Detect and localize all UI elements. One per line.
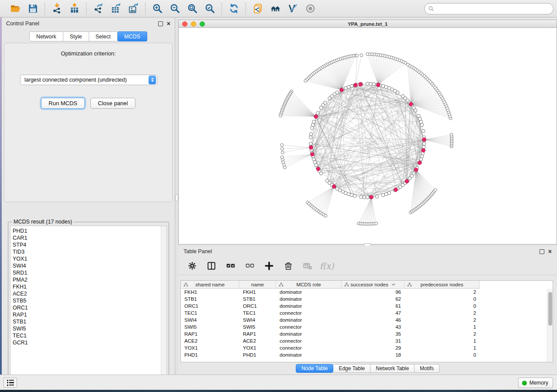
table-cell: PHD1: [181, 352, 239, 358]
network-canvas[interactable]: [179, 28, 557, 244]
mcds-result-node[interactable]: FKH1: [13, 283, 161, 290]
table-cell: 2: [405, 310, 480, 316]
tab-style[interactable]: Style: [63, 31, 89, 41]
tab-network[interactable]: Network: [29, 31, 63, 41]
mcds-result-node[interactable]: SRD1: [13, 269, 161, 276]
table-options-gear-icon[interactable]: [186, 260, 198, 272]
table-row[interactable]: SWI4SWI4dominator462: [181, 316, 547, 323]
mcds-result-node[interactable]: TEC1: [13, 332, 161, 339]
zoom-in-icon[interactable]: [150, 2, 165, 16]
mcds-result-scrollbar[interactable]: [161, 226, 166, 381]
run-mcds-button[interactable]: Run MCDS: [41, 98, 85, 109]
tab-network-table[interactable]: Network Table: [370, 364, 415, 373]
column-header-label: MCDS role: [296, 282, 321, 287]
table-row[interactable]: STB1STB1dominator620: [181, 296, 547, 303]
mcds-result-node[interactable]: CAR1: [13, 234, 161, 241]
table-row[interactable]: PHD1PHD1dominator180: [181, 351, 547, 358]
table-row[interactable]: RAP1RAP1dominator352: [181, 330, 547, 337]
apply-layout-refresh-icon[interactable]: [226, 2, 241, 16]
sort-desc-chevron-icon: [391, 283, 395, 286]
import-table-icon[interactable]: [67, 2, 82, 16]
new-network-from-selection-icon[interactable]: [250, 2, 265, 16]
table-cell: STB1: [239, 296, 276, 302]
table-row[interactable]: YOX1YOX1connector291: [181, 344, 547, 351]
tab-edge-table[interactable]: Edge Table: [333, 364, 370, 373]
table-cell: 47: [342, 310, 405, 316]
create-column-plus-icon[interactable]: [263, 260, 275, 272]
zoom-fit-icon[interactable]: [185, 2, 200, 16]
search-icon: [428, 6, 434, 12]
column-header-label: successor nodes: [350, 282, 388, 287]
mcds-result-node[interactable]: SWI4: [13, 262, 161, 269]
float-panel-icon[interactable]: [158, 21, 163, 26]
mcds-result-node[interactable]: YOX1: [13, 255, 161, 262]
mcds-result-node[interactable]: GCR1: [13, 339, 161, 346]
table-cell: FKH1: [181, 289, 239, 295]
mcds-result-node[interactable]: STB5: [13, 297, 161, 304]
delete-columns-trash-icon[interactable]: [282, 260, 294, 272]
network-titlebar: YPA_prune.txt_1: [179, 20, 557, 28]
show-hide-style-icon[interactable]: [285, 2, 300, 16]
mcds-result-node[interactable]: TID3: [13, 248, 161, 255]
import-network-icon[interactable]: [49, 2, 64, 16]
table-cell: RAP1: [181, 331, 239, 337]
table-cell: connector: [276, 324, 342, 330]
control-panel-header: Control Panel ×: [2, 17, 175, 30]
table-row[interactable]: ACE2ACE2connector311: [181, 337, 547, 344]
zoom-selected-icon[interactable]: [202, 2, 217, 16]
close-table-panel-icon[interactable]: ×: [548, 249, 552, 254]
tab-motifs[interactable]: Motifs: [415, 364, 439, 373]
first-neighbors-houses-icon[interactable]: [268, 2, 283, 16]
search-input[interactable]: [436, 4, 550, 13]
zoom-out-icon[interactable]: [167, 2, 182, 16]
table-panel-title: Table Panel: [183, 248, 212, 254]
export-network-icon[interactable]: [91, 2, 106, 16]
close-panel-button[interactable]: Close panel: [90, 98, 135, 109]
graphics-details-eye-icon[interactable]: [303, 2, 318, 16]
mcds-result-node[interactable]: SWI5: [13, 325, 161, 332]
mcds-result-node[interactable]: STB1: [13, 318, 161, 325]
column-header-name[interactable]: name: [239, 281, 276, 289]
tab-select[interactable]: Select: [89, 31, 118, 41]
optimization-criterion-label: Optimization criterion:: [4, 50, 172, 57]
memory-button[interactable]: Memory: [518, 378, 553, 388]
save-session-floppy-icon[interactable]: [25, 2, 40, 16]
table-row[interactable]: TEC1TEC1connector472: [181, 309, 547, 316]
column-header-predecessor-nodes[interactable]: predecessor nodes: [405, 281, 480, 289]
close-panel-icon[interactable]: ×: [167, 21, 170, 26]
column-header-successor-nodes[interactable]: successor nodes: [342, 281, 405, 289]
search-box: [424, 3, 554, 14]
select-all-columns-icon[interactable]: [225, 260, 237, 272]
table-scrollbar-thumb[interactable]: [548, 292, 552, 326]
column-header-MCDS-role[interactable]: MCDS role: [276, 281, 342, 289]
shared-column-tree-icon: [183, 282, 188, 287]
mcds-result-node[interactable]: ORC1: [13, 304, 161, 311]
table-cell: TEC1: [181, 310, 239, 316]
table-row[interactable]: FKH1FKH1dominator962: [181, 289, 547, 296]
task-history-button[interactable]: [3, 378, 17, 388]
vertical-splitter[interactable]: [175, 17, 178, 375]
table-scrollbar[interactable]: [547, 289, 553, 362]
column-header-shared-name[interactable]: shared name: [181, 281, 239, 289]
float-table-panel-icon[interactable]: [540, 249, 544, 254]
mcds-result-node[interactable]: STP4: [13, 241, 161, 248]
vertical-splitter-handle[interactable]: [175, 194, 178, 201]
table-cell: 0: [405, 296, 480, 302]
export-table-icon[interactable]: [108, 2, 123, 16]
mcds-result-node[interactable]: ACE2: [13, 290, 161, 297]
mcds-result-node[interactable]: PMA2: [13, 276, 161, 283]
table-cell: 0: [405, 303, 480, 309]
mcds-card: Optimization criterion: largest connecte…: [4, 43, 173, 202]
table-cell: 2: [405, 331, 480, 337]
table-row[interactable]: ORC1ORC1dominator610: [181, 303, 547, 309]
mcds-result-node[interactable]: PHD1: [13, 227, 161, 234]
table-row[interactable]: SWI5SWI5connector431: [181, 323, 547, 330]
tab-mcds[interactable]: MCDS: [118, 31, 147, 41]
mcds-result-node[interactable]: RAP1: [13, 311, 161, 318]
criterion-select[interactable]: largest connected component (undirected): [20, 75, 157, 85]
deselect-all-columns-icon[interactable]: [244, 260, 256, 272]
tab-node-table[interactable]: Node Table: [296, 364, 334, 373]
show-column-pane-icon[interactable]: [205, 260, 218, 272]
open-session-folder-icon[interactable]: [8, 2, 23, 16]
export-image-icon[interactable]: [126, 2, 141, 16]
